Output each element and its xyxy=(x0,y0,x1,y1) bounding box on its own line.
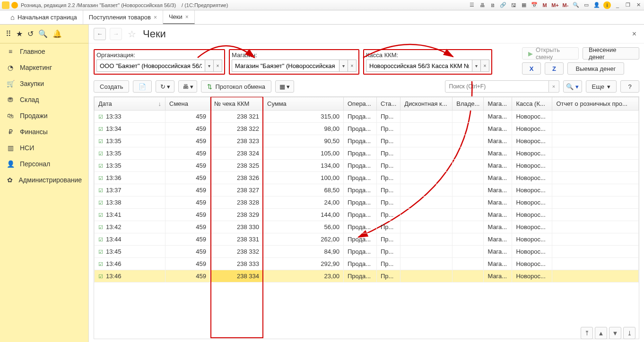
scroll-down-button[interactable]: ▼ xyxy=(609,327,621,339)
sidebar-item[interactable]: ▥НСИ xyxy=(0,140,88,156)
deposit-button[interactable]: Внесение денег xyxy=(583,47,639,60)
cell-disc xyxy=(400,258,453,270)
table-row[interactable]: ☑13:37459238 32768,50Прода...Пр...Мага..… xyxy=(95,184,639,197)
doc-icon[interactable]: 🗎 xyxy=(489,1,496,9)
sidebar-item[interactable]: ✿Администрирование xyxy=(0,172,88,188)
clear-icon[interactable]: × xyxy=(214,60,222,72)
sidebar-item[interactable]: 👤Персонал xyxy=(0,156,88,172)
tab-home[interactable]: Начальная страница xyxy=(5,10,83,24)
sidebar-item[interactable]: ≡Главное xyxy=(0,43,88,60)
table-row[interactable]: ☑13:33459238 321315,00Прода...Пр...Мага.… xyxy=(95,111,639,123)
maximize-icon[interactable]: ❐ xyxy=(624,1,632,9)
nav-forward-button[interactable]: → xyxy=(110,28,122,40)
calendar-icon[interactable]: 📅 xyxy=(531,1,538,9)
org-input[interactable] xyxy=(96,60,205,72)
clear-icon[interactable]: × xyxy=(348,60,357,72)
chevron-down-icon[interactable]: ▾ xyxy=(205,60,214,72)
clear-icon[interactable]: × xyxy=(481,60,489,72)
tool-icon[interactable]: ☰ xyxy=(468,1,476,9)
table-row[interactable]: ☑13:42459238 33056,00Прода...Пр...Мага..… xyxy=(95,221,639,233)
bell-icon[interactable]: 🔔 xyxy=(52,29,62,38)
close-window-icon[interactable]: ✕ xyxy=(635,1,642,9)
table-row[interactable]: ☑13:38459238 32824,00Прода...Пр...Мага..… xyxy=(95,197,639,209)
scroll-bottom-button[interactable]: ⤓ xyxy=(623,327,635,339)
scroll-up-button[interactable]: ▲ xyxy=(595,327,607,339)
col-kkm[interactable]: Касса (К... xyxy=(512,97,552,111)
history-icon[interactable]: ↺ xyxy=(27,29,34,38)
chevron-down-icon[interactable]: ▾ xyxy=(472,60,481,72)
more-button[interactable]: Еще ▾ xyxy=(586,80,617,93)
table-row[interactable]: ☑13:36459238 326100,00Прода...Пр...Мага.… xyxy=(95,172,639,184)
apps-icon[interactable]: ⠿ xyxy=(6,29,11,38)
sidebar-item[interactable]: 🛍Продажи xyxy=(0,108,88,124)
x-report-button[interactable]: X xyxy=(522,62,541,75)
print-icon[interactable]: 🖶 xyxy=(479,1,486,9)
zoom-icon[interactable]: 🔍 xyxy=(572,1,580,9)
minimize-icon[interactable]: _ xyxy=(614,1,621,9)
shop-input[interactable] xyxy=(232,60,339,72)
m-minus-icon[interactable]: M- xyxy=(562,1,569,9)
close-icon[interactable]: × xyxy=(154,14,157,21)
col-shop[interactable]: Мага... xyxy=(484,97,512,111)
link-icon[interactable]: 🔗 xyxy=(499,1,507,9)
col-report[interactable]: Отчет о розничных про... xyxy=(552,97,639,111)
close-icon[interactable]: × xyxy=(185,14,189,20)
checks-table[interactable]: Дата ↓ Смена № чека ККМ Сумма Опера... С… xyxy=(94,97,639,282)
favorite-star-icon[interactable]: ☆ xyxy=(128,28,136,40)
refresh-button[interactable]: ↻ ▾ xyxy=(156,80,174,93)
chevron-down-icon[interactable]: ▾ xyxy=(339,60,348,72)
find-button[interactable]: 🔍 ▾ xyxy=(563,80,582,93)
help-button[interactable]: ? xyxy=(620,80,639,93)
table-row[interactable]: ☑13:45459238 33284,90Прода...Пр...Мага..… xyxy=(95,246,639,258)
col-date[interactable]: Дата ↓ xyxy=(95,97,165,111)
cell-shift: 459 xyxy=(165,111,210,123)
search-icon[interactable]: 🔍 xyxy=(38,29,48,38)
table-row[interactable]: ☑13:41459238 329144,00Прода...Пр...Мага.… xyxy=(95,209,639,221)
sidebar-item[interactable]: ⛃Склад xyxy=(0,92,88,108)
col-sum[interactable]: Сумма xyxy=(263,97,344,111)
user-icon[interactable]: 👤 xyxy=(593,1,600,9)
scroll-top-button[interactable]: ⤒ xyxy=(581,327,593,339)
copy-button[interactable]: 📄 xyxy=(133,80,152,93)
cell-status: Пр... xyxy=(377,270,400,282)
col-status[interactable]: Ста... xyxy=(377,97,400,111)
calc-icon[interactable]: ▦ xyxy=(520,1,528,9)
table-row[interactable]: ☑13:35459238 324105,00Прода...Пр...Мага.… xyxy=(95,147,639,160)
search-input[interactable] xyxy=(445,80,549,93)
col-owner[interactable]: Владе... xyxy=(453,97,484,111)
nav-back-button[interactable]: ← xyxy=(94,28,106,40)
star-icon[interactable]: ★ xyxy=(16,29,23,38)
info-icon[interactable]: i xyxy=(603,1,611,9)
table-row[interactable]: ☑13:35459238 32390,50Прода...Пр...Мага..… xyxy=(95,135,639,147)
table-row[interactable]: ☑13:34459238 32298,00Прода...Пр...Мага..… xyxy=(95,123,639,135)
sidebar-item[interactable]: 🛒Закупки xyxy=(0,76,88,92)
m-icon[interactable]: M xyxy=(541,1,548,9)
tab-receipts[interactable]: Поступления товаров× xyxy=(83,10,163,24)
save-icon[interactable]: 🖫 xyxy=(510,1,517,9)
clear-search-icon[interactable]: × xyxy=(549,80,559,93)
col-disc[interactable]: Дисконтная к... xyxy=(400,97,453,111)
col-shift[interactable]: Смена xyxy=(165,97,210,111)
settings-button[interactable]: ▦ ▾ xyxy=(275,80,294,93)
table-row[interactable]: ☑13:44459238 331262,00Прода...Пр...Мага.… xyxy=(95,233,639,246)
sidebar-item[interactable]: ₽Финансы xyxy=(0,124,88,140)
withdraw-button[interactable]: Выемка денег xyxy=(567,62,624,75)
table-row[interactable]: ☑13:35459238 325134,00Прода...Пр...Мага.… xyxy=(95,160,639,172)
create-button[interactable]: Создать xyxy=(94,80,129,93)
col-check[interactable]: № чека ККМ xyxy=(210,97,263,111)
z-report-button[interactable]: Z xyxy=(545,62,564,75)
protocol-button[interactable]: ⇅Протокол обмена xyxy=(201,80,271,93)
box-icon[interactable]: ▭ xyxy=(583,1,590,9)
open-shift-button[interactable]: ▶Открыть смену xyxy=(522,47,579,60)
sidebar-item[interactable]: ◔Маркетинг xyxy=(0,60,88,76)
app-menu-dropdown[interactable] xyxy=(11,2,18,9)
table-row[interactable]: ☑13:46459238 33423,00Прода...Пр...Мага..… xyxy=(95,270,639,282)
print-button[interactable]: 🖶 ▾ xyxy=(178,80,197,93)
cell-report xyxy=(552,209,639,221)
col-op[interactable]: Опера... xyxy=(344,97,377,111)
kkm-input[interactable] xyxy=(366,60,472,72)
table-row[interactable]: ☑13:46459238 333292,90Прода...Пр...Мага.… xyxy=(95,258,639,270)
tab-checks[interactable]: Чеки× xyxy=(163,10,195,24)
close-page-icon[interactable]: × xyxy=(632,30,639,38)
m-plus-icon[interactable]: M+ xyxy=(551,1,559,9)
